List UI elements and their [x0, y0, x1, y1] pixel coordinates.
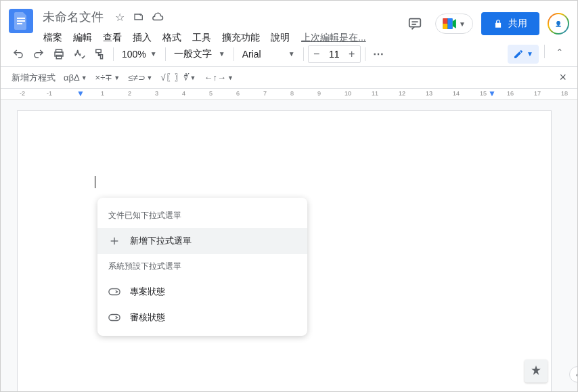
comments-icon[interactable]: [403, 12, 427, 36]
svg-rect-2: [17, 23, 22, 24]
separator: [234, 47, 234, 61]
lock-icon: [493, 19, 503, 28]
avatar[interactable]: 👤: [548, 13, 569, 35]
more-button[interactable]: ⋯: [370, 45, 388, 64]
last-edit-link[interactable]: 上次編輯是在...: [296, 29, 372, 47]
caret-down-icon: ▼: [459, 20, 466, 28]
share-button[interactable]: 共用: [481, 12, 539, 35]
right-indent-marker-icon[interactable]: ▼: [488, 89, 496, 98]
popup-section-header: 文件已知下拉式選單: [97, 203, 307, 228]
popup-item-label: 專案狀態: [130, 286, 165, 298]
popup-section-header: 系統預設下拉式選單: [97, 254, 307, 279]
new-equation-button[interactable]: 新增方程式: [12, 72, 55, 84]
font-dropdown[interactable]: Arial▼: [238, 45, 299, 64]
chip-icon: [108, 311, 120, 324]
separator: [303, 47, 304, 61]
add-dropdown-item[interactable]: 新增下拉式選單: [97, 228, 307, 254]
canvas: 文件已知下拉式選單 新增下拉式選單 系統預設下拉式選單 專案狀態 審核狀態 ‹: [1, 100, 577, 392]
svg-rect-8: [443, 24, 447, 29]
eq-math[interactable]: √〖〗∜ ▼: [160, 72, 196, 84]
cloud-icon[interactable]: [151, 10, 164, 24]
chip-icon: [108, 286, 120, 298]
separator: [544, 45, 545, 58]
header: 未命名文件 ☆ 檔案 編輯 查看 插入 格式 工具 擴充功能 說明 上次編輯是在…: [1, 1, 577, 41]
pencil-icon: [513, 49, 524, 60]
paint-format-button[interactable]: [90, 45, 109, 64]
document-page[interactable]: 文件已知下拉式選單 新增下拉式選單 系統預設下拉式選單 專案狀態 審核狀態: [17, 110, 552, 392]
eq-greek[interactable]: αβΔ ▼: [64, 72, 87, 83]
equation-toolbar: 新增方程式 αβΔ ▼ ×÷∓ ▼ ≤≠⊃ ▼ √〖〗∜ ▼ ←↑→ ▼ ×: [1, 67, 577, 89]
indent-marker-icon[interactable]: ▼: [76, 89, 85, 98]
svg-rect-9: [448, 18, 453, 29]
style-dropdown[interactable]: 一般文字▼: [170, 45, 229, 64]
side-panel-toggle[interactable]: ‹: [569, 366, 577, 383]
preset-project-status[interactable]: 專案狀態: [97, 279, 307, 305]
toolbar-right: ▼ ˆ: [508, 45, 569, 64]
docs-logo[interactable]: [9, 9, 33, 33]
separator: [165, 47, 166, 61]
font-size-input[interactable]: [325, 47, 344, 61]
title-area: 未命名文件 ☆ 檔案 編輯 查看 插入 格式 工具 擴充功能 說明 上次編輯是在…: [39, 6, 403, 47]
share-label: 共用: [508, 18, 527, 30]
move-icon[interactable]: [132, 10, 146, 24]
doc-title[interactable]: 未命名文件: [39, 7, 108, 26]
eq-relations[interactable]: ≤≠⊃ ▼: [128, 72, 152, 83]
redo-button[interactable]: [29, 45, 48, 64]
caret-down-icon: ▼: [527, 50, 533, 58]
font-size-increase[interactable]: +: [344, 46, 360, 62]
svg-rect-3: [409, 19, 421, 27]
popup-item-label: 審核狀態: [130, 311, 165, 324]
separator: [365, 47, 365, 61]
explore-button[interactable]: [525, 360, 548, 383]
print-button[interactable]: [49, 45, 68, 64]
collapse-button[interactable]: ˆ: [550, 45, 569, 64]
star-icon[interactable]: ☆: [113, 10, 127, 24]
spellcheck-button[interactable]: [70, 45, 89, 64]
plus-icon: [108, 235, 120, 247]
popup-item-label: 新增下拉式選單: [130, 235, 192, 247]
toolbar: 100%▼ 一般文字▼ Arial▼ − + ⋯ ▼ ˆ: [1, 41, 577, 67]
close-icon[interactable]: ×: [559, 70, 566, 85]
title-row: 未命名文件 ☆: [39, 6, 403, 28]
text-cursor: [95, 176, 95, 188]
dropdown-menu-popup: 文件已知下拉式選單 新增下拉式選單 系統預設下拉式選單 專案狀態 審核狀態: [97, 198, 307, 336]
ruler[interactable]: ▼ ▼ -2 -1 1 2 3 4 5 6 7 8 9 10 11 12 13 …: [1, 89, 577, 100]
svg-rect-0: [17, 18, 25, 19]
svg-rect-1: [17, 20, 25, 22]
separator: [113, 47, 114, 61]
header-right: ▼ 共用 👤: [403, 6, 569, 36]
editing-mode-button[interactable]: ▼: [508, 45, 539, 64]
meet-button[interactable]: ▼: [435, 14, 473, 34]
eq-operators[interactable]: ×÷∓ ▼: [95, 72, 120, 83]
undo-button[interactable]: [9, 45, 28, 64]
zoom-dropdown[interactable]: 100%▼: [118, 45, 161, 64]
svg-rect-7: [443, 18, 447, 24]
eq-arrows[interactable]: ←↑→ ▼: [204, 72, 234, 83]
font-size-group: − +: [308, 45, 361, 63]
font-size-decrease[interactable]: −: [309, 46, 325, 62]
preset-review-status[interactable]: 審核狀態: [97, 305, 307, 330]
